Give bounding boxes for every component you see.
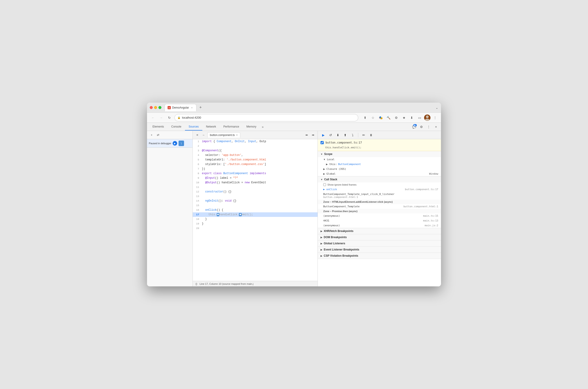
dom-breakpoints-header[interactable]: ▶ DOM Breakpoints [318,234,441,240]
traffic-lights [150,106,162,109]
forward-button[interactable]: → [158,115,164,121]
editor-tabs: ≡ ← button.component.ts × ⬅ ➡ [193,131,318,139]
close-devtools-button[interactable]: × [433,124,439,130]
tab-expand-button[interactable]: ⌄ [435,106,438,109]
back-button[interactable]: ← [150,115,156,121]
back-in-history-button[interactable]: ← [201,132,206,138]
bookmark-button[interactable]: ☆ [370,115,376,121]
tab-network[interactable]: Network [202,123,220,130]
chat-button[interactable]: 💬 ▶ [411,124,417,130]
svg-point-0 [426,115,429,118]
minimize-window-button[interactable] [154,106,157,109]
xhr-breakpoints-header[interactable]: ▶ XHR/fetch Breakpoints [318,228,441,234]
step-into-button[interactable]: ⬇ [335,132,341,138]
dom-breakpoints-label: DOM Breakpoints [324,236,347,239]
tab-sources[interactable]: Sources [185,123,202,130]
stack-zone-2: Zone – Promise.then (async) [318,209,441,213]
closure-scope-item[interactable]: ▶ Closure (355) [318,167,441,171]
format-code-button[interactable]: ⬅ [304,132,309,138]
this-key: this: [329,163,337,166]
sidebar-toggle-button[interactable]: ▭ [416,115,423,121]
this-scope-item[interactable]: ▶ this: ButtonComponent [318,162,441,167]
stack-frame-4431[interactable]: 4431 main.ts:13 [318,218,441,223]
more-options-button[interactable]: ⋮ [425,124,432,130]
status-text: Line 17, Column 10 (source mapped from m… [199,283,253,285]
tab-memory[interactable]: Memory [243,123,260,130]
show-ignored-checkbox[interactable] [323,183,326,186]
step-button[interactable]: ⤵ [350,132,355,138]
tab-close-button[interactable]: × [190,106,194,109]
call-stack-label: Call Stack [324,178,337,181]
file-tab-close[interactable]: × [236,133,238,137]
stack-frame-4431-location: main.ts:13 [423,219,438,222]
file-tab[interactable]: button.component.ts × [207,132,240,138]
event-listener-breakpoints-label: Event Listener Breakpoints [324,248,359,251]
stack-frame-onclick[interactable]: ▶ onClick button.component.ts:17 [318,187,441,192]
step-over-button[interactable]: ↺ [328,132,333,138]
stack-frame-anon1[interactable]: (anonymous) main.ts:15 [318,213,441,218]
maximize-window-button[interactable] [159,106,162,109]
stack-frame-template-listener[interactable]: ButtonComponent_Template_input_click_0_l… [318,192,441,199]
code-line-18: 18 } [193,217,318,222]
global-label: Global [327,172,336,175]
editor-area: ≡ ← button.component.ts × ⬅ ➡ 1 import {… [193,131,318,286]
navigate-button[interactable]: ⇄ [155,132,161,138]
tab-elements[interactable]: Elements [149,123,167,130]
toolbar-separator [358,133,358,137]
devtools-header: Elements Console Sources Network Perform… [147,123,441,131]
avatar-button[interactable] [424,115,430,121]
resume-button[interactable]: ▶ [173,141,177,146]
global-expand-icon: ▶ [323,173,325,175]
tab-console[interactable]: Console [167,123,185,130]
event-listener-breakpoints-section: ▶ Event Listener Breakpoints [318,247,441,253]
tab-performance[interactable]: Performance [220,123,243,130]
file-tree-button[interactable]: ≡ [195,132,200,138]
code-line-2: 2 [193,144,318,148]
stack-frame-location: button.component.ts:17 [405,188,438,191]
stack-frame-anon2-location: main.js:2 [425,224,438,227]
browser-tab[interactable]: A DemoAngular × [164,104,196,111]
close-window-button[interactable] [150,106,153,109]
extension1-button[interactable]: ★ [401,115,407,121]
local-scope-item[interactable]: ▼ Local [318,157,441,162]
devtools-ext-button[interactable]: 🔨 [385,115,392,121]
new-tab-button[interactable]: + [197,104,204,111]
stack-frame-listener-name: ButtonComponent_Template_input_click_0_l… [323,193,394,196]
call-stack-header[interactable]: ▼ Call Stack [318,176,441,182]
csp-violation-header[interactable]: ▶ CSP Violation Breakpoints [318,253,441,259]
stack-frame-listener-location: button.component.html:1 [323,196,358,199]
local-label: Local [327,158,334,161]
share-button[interactable]: ⬆ [362,115,368,121]
global-listeners-expand-icon: ▶ [321,242,322,245]
global-scope-item[interactable]: ▶ Global Window [318,171,441,176]
code-line-6: 6 styleUrls: ['./button.component.css'] [193,162,318,167]
svg-point-1 [425,119,429,121]
scope-header[interactable]: ▼ Scope [318,151,441,157]
step-out-button[interactable]: ⬆ [342,132,348,138]
stack-frame-anon2[interactable]: (anonymous) main.js:2 [318,223,441,228]
step-button[interactable]: ⤵ [179,141,184,146]
extension2-button[interactable]: ⬇ [409,115,415,121]
breakpoint-checkbox[interactable] [321,141,324,144]
pause-on-exceptions-button[interactable]: ⏸ [368,132,374,138]
stack-frame-template-location: button.component.html:1 [403,205,438,208]
forward-in-history-button[interactable]: ➡ [310,132,316,138]
profile-button[interactable]: ⚙ [393,115,399,121]
menu-button[interactable]: ⋮ [432,115,438,121]
extensions-button[interactable]: 🎭 [377,115,384,121]
dom-expand-icon: ▶ [321,236,322,239]
settings-button[interactable]: ⚙ [418,124,425,130]
deactivate-breakpoints-button[interactable]: ✏ [361,132,366,138]
csp-expand-icon: ▶ [321,255,322,257]
format-button[interactable]: {} [195,282,198,286]
title-bar: A DemoAngular × + ⌄ [147,103,441,113]
global-listeners-header[interactable]: ▶ Global Listeners [318,240,441,246]
address-bar[interactable]: 🔒 localhost:4200 [174,114,358,121]
stack-frame-template[interactable]: ButtonComponent_Template button.componen… [318,204,441,209]
resume-execution-button[interactable]: ▶ [321,132,326,138]
refresh-button[interactable]: ↻ [166,115,173,121]
event-listener-breakpoints-header[interactable]: ▶ Event Listener Breakpoints [318,247,441,253]
file-name: button.component.ts [210,133,235,137]
add-source-button[interactable]: + [149,132,154,138]
more-tabs-button[interactable]: » [260,124,265,130]
